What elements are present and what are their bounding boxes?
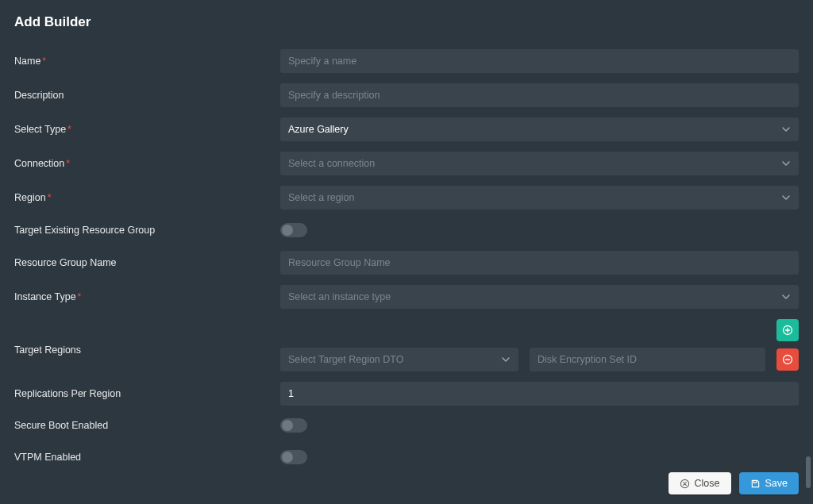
label-region: Region* [14, 192, 280, 203]
row-target-existing: Target Existing Resource Group [14, 220, 799, 240]
label-target-regions: Target Regions [14, 319, 280, 371]
add-region-button[interactable] [776, 319, 799, 341]
row-vtpm: VTPM Enabled [14, 448, 799, 467]
label-name: Name* [14, 56, 280, 67]
label-secure-boot: Secure Boot Enabled [14, 420, 280, 431]
disk-encryption-input[interactable] [530, 348, 765, 371]
replications-input[interactable] [280, 382, 799, 406]
select-type-dropdown[interactable]: Azure Gallery [280, 117, 799, 141]
save-button[interactable]: Save [739, 472, 800, 494]
label-target-existing: Target Existing Resource Group [14, 225, 280, 236]
target-region-dto-dropdown[interactable]: Select Target Region DTO [280, 348, 518, 371]
description-input[interactable] [280, 83, 799, 107]
label-replications: Replications Per Region [14, 388, 280, 399]
label-resource-group-name: Resource Group Name [14, 257, 280, 268]
region-dropdown[interactable]: Select a region [280, 186, 799, 210]
instance-type-dropdown[interactable]: Select an instance type [280, 285, 799, 309]
row-name: Name* [14, 49, 799, 73]
page-title: Add Builder [14, 14, 799, 30]
row-region: Region* Select a region [14, 186, 799, 210]
row-connection: Connection* Select a connection [14, 152, 799, 175]
label-select-type: Select Type* [14, 124, 280, 135]
target-existing-toggle[interactable] [280, 223, 307, 237]
remove-region-button[interactable] [776, 348, 799, 371]
row-secure-boot: Secure Boot Enabled [14, 416, 799, 435]
save-icon [750, 479, 761, 489]
label-vtpm: VTPM Enabled [14, 452, 280, 463]
label-description: Description [14, 90, 280, 101]
resource-group-name-input[interactable] [280, 251, 799, 275]
name-input[interactable] [280, 49, 799, 73]
row-resource-group-name: Resource Group Name [14, 251, 799, 275]
label-connection: Connection* [14, 158, 280, 169]
close-button-label: Close [695, 478, 720, 489]
plus-circle-icon [782, 325, 793, 336]
row-select-type: Select Type* Azure Gallery [14, 117, 799, 141]
minus-circle-icon [782, 354, 793, 365]
label-instance-type: Instance Type* [14, 291, 280, 302]
secure-boot-toggle[interactable] [280, 418, 307, 433]
close-button[interactable]: Close [669, 472, 731, 494]
footer-actions: Close Save [669, 472, 799, 494]
save-button-label: Save [765, 478, 788, 489]
row-replications: Replications Per Region [14, 382, 799, 406]
row-description: Description [14, 83, 799, 107]
close-circle-icon [680, 479, 690, 489]
row-target-regions: Target Regions Select Target Region DTO [14, 319, 799, 371]
vtpm-toggle[interactable] [280, 450, 307, 464]
connection-dropdown[interactable]: Select a connection [280, 152, 799, 175]
scrollbar[interactable] [806, 0, 811, 504]
row-instance-type: Instance Type* Select an instance type [14, 285, 799, 309]
